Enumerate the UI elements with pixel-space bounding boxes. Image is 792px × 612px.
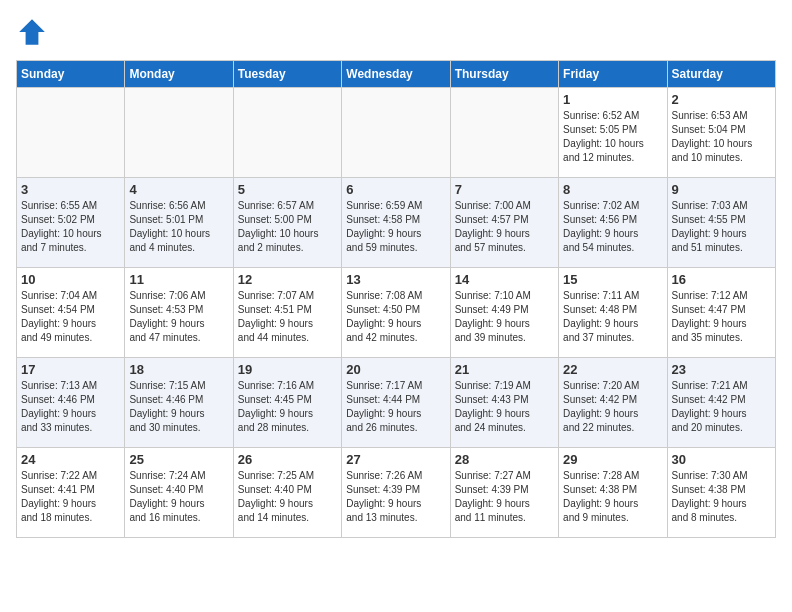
weekday-header: Friday [559, 61, 667, 88]
calendar-cell [342, 88, 450, 178]
day-number: 22 [563, 362, 662, 377]
calendar-cell: 28Sunrise: 7:27 AM Sunset: 4:39 PM Dayli… [450, 448, 558, 538]
calendar-cell: 26Sunrise: 7:25 AM Sunset: 4:40 PM Dayli… [233, 448, 341, 538]
calendar-cell: 5Sunrise: 6:57 AM Sunset: 5:00 PM Daylig… [233, 178, 341, 268]
day-info: Sunrise: 7:21 AM Sunset: 4:42 PM Dayligh… [672, 379, 771, 435]
calendar-table: SundayMondayTuesdayWednesdayThursdayFrid… [16, 60, 776, 538]
day-info: Sunrise: 7:17 AM Sunset: 4:44 PM Dayligh… [346, 379, 445, 435]
day-info: Sunrise: 6:59 AM Sunset: 4:58 PM Dayligh… [346, 199, 445, 255]
day-number: 8 [563, 182, 662, 197]
day-info: Sunrise: 7:25 AM Sunset: 4:40 PM Dayligh… [238, 469, 337, 525]
day-info: Sunrise: 7:00 AM Sunset: 4:57 PM Dayligh… [455, 199, 554, 255]
page-header [16, 16, 776, 48]
day-number: 23 [672, 362, 771, 377]
day-number: 12 [238, 272, 337, 287]
day-number: 9 [672, 182, 771, 197]
day-number: 28 [455, 452, 554, 467]
day-number: 27 [346, 452, 445, 467]
day-number: 7 [455, 182, 554, 197]
day-info: Sunrise: 7:07 AM Sunset: 4:51 PM Dayligh… [238, 289, 337, 345]
calendar-cell: 24Sunrise: 7:22 AM Sunset: 4:41 PM Dayli… [17, 448, 125, 538]
day-number: 13 [346, 272, 445, 287]
calendar-cell [450, 88, 558, 178]
day-info: Sunrise: 6:56 AM Sunset: 5:01 PM Dayligh… [129, 199, 228, 255]
day-number: 24 [21, 452, 120, 467]
day-info: Sunrise: 7:10 AM Sunset: 4:49 PM Dayligh… [455, 289, 554, 345]
calendar-cell: 30Sunrise: 7:30 AM Sunset: 4:38 PM Dayli… [667, 448, 775, 538]
svg-marker-0 [19, 19, 45, 45]
logo [16, 16, 52, 48]
day-number: 10 [21, 272, 120, 287]
day-info: Sunrise: 7:16 AM Sunset: 4:45 PM Dayligh… [238, 379, 337, 435]
day-info: Sunrise: 7:15 AM Sunset: 4:46 PM Dayligh… [129, 379, 228, 435]
calendar-cell: 2Sunrise: 6:53 AM Sunset: 5:04 PM Daylig… [667, 88, 775, 178]
logo-icon [16, 16, 48, 48]
day-number: 2 [672, 92, 771, 107]
day-number: 1 [563, 92, 662, 107]
calendar-cell: 9Sunrise: 7:03 AM Sunset: 4:55 PM Daylig… [667, 178, 775, 268]
weekday-header-row: SundayMondayTuesdayWednesdayThursdayFrid… [17, 61, 776, 88]
calendar-cell: 29Sunrise: 7:28 AM Sunset: 4:38 PM Dayli… [559, 448, 667, 538]
day-info: Sunrise: 7:12 AM Sunset: 4:47 PM Dayligh… [672, 289, 771, 345]
calendar-cell: 11Sunrise: 7:06 AM Sunset: 4:53 PM Dayli… [125, 268, 233, 358]
calendar-week-row: 3Sunrise: 6:55 AM Sunset: 5:02 PM Daylig… [17, 178, 776, 268]
day-number: 11 [129, 272, 228, 287]
weekday-header: Thursday [450, 61, 558, 88]
day-number: 26 [238, 452, 337, 467]
day-info: Sunrise: 6:55 AM Sunset: 5:02 PM Dayligh… [21, 199, 120, 255]
day-number: 21 [455, 362, 554, 377]
day-number: 6 [346, 182, 445, 197]
day-number: 3 [21, 182, 120, 197]
day-info: Sunrise: 7:26 AM Sunset: 4:39 PM Dayligh… [346, 469, 445, 525]
calendar-cell: 18Sunrise: 7:15 AM Sunset: 4:46 PM Dayli… [125, 358, 233, 448]
calendar-cell: 12Sunrise: 7:07 AM Sunset: 4:51 PM Dayli… [233, 268, 341, 358]
calendar-cell: 25Sunrise: 7:24 AM Sunset: 4:40 PM Dayli… [125, 448, 233, 538]
calendar-cell: 7Sunrise: 7:00 AM Sunset: 4:57 PM Daylig… [450, 178, 558, 268]
day-info: Sunrise: 7:28 AM Sunset: 4:38 PM Dayligh… [563, 469, 662, 525]
day-number: 30 [672, 452, 771, 467]
day-number: 14 [455, 272, 554, 287]
day-info: Sunrise: 7:22 AM Sunset: 4:41 PM Dayligh… [21, 469, 120, 525]
calendar-cell: 3Sunrise: 6:55 AM Sunset: 5:02 PM Daylig… [17, 178, 125, 268]
day-info: Sunrise: 6:57 AM Sunset: 5:00 PM Dayligh… [238, 199, 337, 255]
calendar-week-row: 1Sunrise: 6:52 AM Sunset: 5:05 PM Daylig… [17, 88, 776, 178]
weekday-header: Monday [125, 61, 233, 88]
day-number: 5 [238, 182, 337, 197]
calendar-cell: 23Sunrise: 7:21 AM Sunset: 4:42 PM Dayli… [667, 358, 775, 448]
calendar-cell: 22Sunrise: 7:20 AM Sunset: 4:42 PM Dayli… [559, 358, 667, 448]
calendar-cell: 21Sunrise: 7:19 AM Sunset: 4:43 PM Dayli… [450, 358, 558, 448]
calendar-cell: 14Sunrise: 7:10 AM Sunset: 4:49 PM Dayli… [450, 268, 558, 358]
day-info: Sunrise: 7:11 AM Sunset: 4:48 PM Dayligh… [563, 289, 662, 345]
day-number: 17 [21, 362, 120, 377]
day-number: 16 [672, 272, 771, 287]
weekday-header: Wednesday [342, 61, 450, 88]
calendar-cell: 15Sunrise: 7:11 AM Sunset: 4:48 PM Dayli… [559, 268, 667, 358]
day-number: 20 [346, 362, 445, 377]
weekday-header: Tuesday [233, 61, 341, 88]
day-info: Sunrise: 7:30 AM Sunset: 4:38 PM Dayligh… [672, 469, 771, 525]
calendar-cell [17, 88, 125, 178]
calendar-cell [233, 88, 341, 178]
calendar-cell: 27Sunrise: 7:26 AM Sunset: 4:39 PM Dayli… [342, 448, 450, 538]
calendar-cell: 17Sunrise: 7:13 AM Sunset: 4:46 PM Dayli… [17, 358, 125, 448]
calendar-cell: 13Sunrise: 7:08 AM Sunset: 4:50 PM Dayli… [342, 268, 450, 358]
calendar-cell: 16Sunrise: 7:12 AM Sunset: 4:47 PM Dayli… [667, 268, 775, 358]
calendar-cell: 10Sunrise: 7:04 AM Sunset: 4:54 PM Dayli… [17, 268, 125, 358]
day-info: Sunrise: 7:24 AM Sunset: 4:40 PM Dayligh… [129, 469, 228, 525]
day-number: 29 [563, 452, 662, 467]
day-info: Sunrise: 7:13 AM Sunset: 4:46 PM Dayligh… [21, 379, 120, 435]
calendar-week-row: 24Sunrise: 7:22 AM Sunset: 4:41 PM Dayli… [17, 448, 776, 538]
calendar-cell: 20Sunrise: 7:17 AM Sunset: 4:44 PM Dayli… [342, 358, 450, 448]
day-info: Sunrise: 7:27 AM Sunset: 4:39 PM Dayligh… [455, 469, 554, 525]
day-info: Sunrise: 7:20 AM Sunset: 4:42 PM Dayligh… [563, 379, 662, 435]
day-info: Sunrise: 7:08 AM Sunset: 4:50 PM Dayligh… [346, 289, 445, 345]
day-number: 18 [129, 362, 228, 377]
day-info: Sunrise: 6:53 AM Sunset: 5:04 PM Dayligh… [672, 109, 771, 165]
day-info: Sunrise: 6:52 AM Sunset: 5:05 PM Dayligh… [563, 109, 662, 165]
day-info: Sunrise: 7:06 AM Sunset: 4:53 PM Dayligh… [129, 289, 228, 345]
calendar-cell: 8Sunrise: 7:02 AM Sunset: 4:56 PM Daylig… [559, 178, 667, 268]
day-number: 19 [238, 362, 337, 377]
calendar-week-row: 10Sunrise: 7:04 AM Sunset: 4:54 PM Dayli… [17, 268, 776, 358]
calendar-cell: 6Sunrise: 6:59 AM Sunset: 4:58 PM Daylig… [342, 178, 450, 268]
calendar-cell: 1Sunrise: 6:52 AM Sunset: 5:05 PM Daylig… [559, 88, 667, 178]
